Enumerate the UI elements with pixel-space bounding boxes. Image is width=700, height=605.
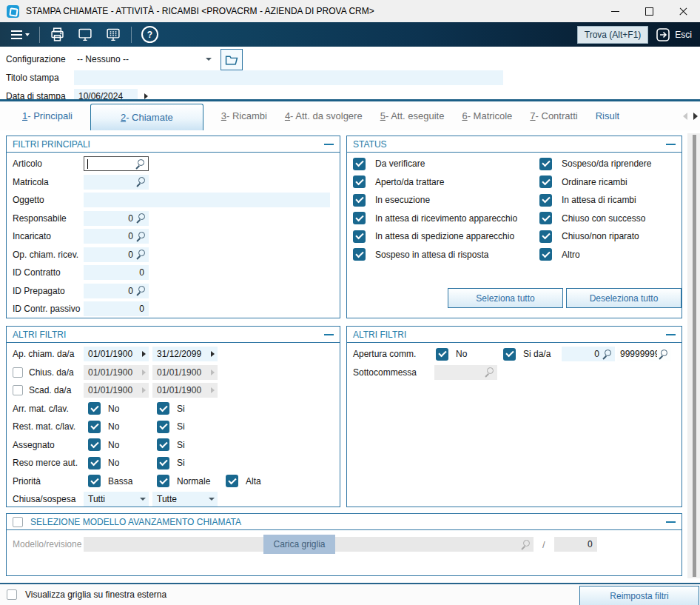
checkbox-sospeso-attesa-risposta[interactable] [353, 248, 366, 261]
collapse-icon[interactable] [324, 144, 334, 145]
apertura-a-input[interactable]: 999999999 [617, 347, 671, 361]
tab-chiamate[interactable]: 2 - Chiamate [90, 104, 203, 130]
tab-principali[interactable]: 1- Principali [22, 101, 73, 130]
collapse-icon[interactable] [666, 334, 676, 335]
carica-griglia-button[interactable]: Carica griglia [263, 535, 335, 554]
scrollbar-thumb[interactable] [693, 135, 696, 577]
help-button[interactable]: ? [135, 24, 164, 44]
tab-scroll-left-icon[interactable] [683, 113, 687, 120]
scad-a-input: 01/01/1900 [152, 383, 218, 398]
tab-att-da-svolgere[interactable]: 4 - Att. da svolgere [285, 101, 363, 130]
form-row: Matricola [7, 173, 340, 192]
checkbox-attesa-ricevimento-apparecchio[interactable] [353, 212, 366, 224]
search-icon[interactable] [136, 286, 146, 295]
checkbox-sospeso-da-riprendere[interactable] [539, 158, 552, 170]
close-icon [679, 7, 687, 16]
arrow-right-icon[interactable] [211, 351, 215, 357]
checkbox-chius-da-a[interactable] [13, 367, 23, 378]
id-contr-passivo-input[interactable]: 0 [84, 301, 149, 316]
preview-screen-button[interactable] [71, 24, 99, 44]
visualizza-griglia-label: Visualizza griglia su finestra esterna [25, 589, 166, 600]
checkbox-assegnato-si[interactable] [157, 438, 169, 451]
matricola-input[interactable] [84, 175, 149, 190]
checkbox-ordinare-ricambi[interactable] [539, 176, 552, 188]
exit-button[interactable]: Esci [648, 27, 695, 42]
collapse-icon[interactable] [666, 521, 676, 523]
titolo-stampa-input[interactable] [74, 70, 503, 85]
search-icon[interactable] [135, 159, 145, 169]
tab-ricambi[interactable]: 3 - Ricambi [221, 101, 267, 130]
search-icon[interactable] [136, 232, 146, 241]
checkbox-da-verificare[interactable] [353, 158, 366, 170]
checkbox-reso-merce-no[interactable] [88, 457, 101, 469]
ap-chiam-a-input[interactable]: 31/12/2099 [152, 347, 218, 361]
apertura-da-input[interactable]: 0 [562, 347, 615, 361]
checkbox-attesa-spedizione-apparecchio[interactable] [353, 230, 366, 243]
search-icon[interactable] [602, 350, 612, 359]
checkbox-priorita-bassa[interactable] [88, 475, 101, 487]
search-icon[interactable] [136, 213, 146, 223]
deseleziona-tutto-button[interactable]: Deseleziona tutto [566, 288, 682, 308]
search-icon[interactable] [136, 177, 146, 187]
tab-att-eseguite[interactable]: 5 - Att. eseguite [380, 101, 445, 130]
id-contratto-input[interactable]: 0 [84, 265, 149, 280]
checkbox-chiuso-non-riparato[interactable] [539, 230, 552, 243]
checkbox-arr-mat-no[interactable] [88, 402, 101, 415]
checkbox-arr-mat-si[interactable] [157, 402, 169, 415]
checkbox-scad-da-a[interactable] [13, 385, 23, 395]
checkbox-rest-mat-si[interactable] [157, 421, 169, 433]
checkbox-aperto-da-trattare[interactable] [353, 176, 366, 188]
data-stampa-picker[interactable] [138, 93, 154, 99]
sospesa-select[interactable]: Tutte [152, 492, 218, 507]
close-button[interactable] [666, 0, 700, 22]
grid-screen-button[interactable] [99, 24, 127, 44]
reimposta-filtri-button[interactable]: Reimposta filtri [579, 586, 699, 605]
checkbox-in-attesa-di-ricambi[interactable] [539, 194, 552, 207]
checkbox-selezione-modello[interactable] [13, 517, 23, 527]
op-chiam-ricev-input[interactable]: 0 [84, 247, 149, 262]
maximize-button[interactable] [632, 0, 666, 22]
search-icon[interactable] [659, 350, 668, 359]
arrow-right-icon [142, 370, 146, 375]
print-config-form: Configurazione -- Nessuno -- Titolo stam… [0, 47, 700, 99]
configurazione-select[interactable]: -- Nessuno -- [74, 51, 215, 67]
checkbox-visualizza-griglia[interactable] [7, 589, 17, 600]
checkbox-apertura-si[interactable] [503, 348, 516, 361]
vertical-scrollbar[interactable] [687, 133, 700, 578]
tab-scroll-right-icon[interactable] [693, 113, 698, 120]
incaricato-input[interactable]: 0 [84, 229, 149, 244]
arrow-right-icon [211, 387, 215, 393]
checkbox-altro[interactable] [539, 248, 552, 261]
tab-contratti[interactable]: 7 - Contratti [530, 101, 577, 130]
scad-da-input: 01/01/1900 [84, 383, 149, 398]
checkbox-reso-merce-si[interactable] [157, 457, 169, 469]
checkbox-assegnato-no[interactable] [88, 438, 101, 451]
checkbox-priorita-normale[interactable] [157, 475, 169, 487]
tab-bar: 1- Principali 2 - Chiamate 3 - Ricambi 4… [0, 101, 700, 130]
id-prepagato-input[interactable]: 0 [84, 284, 149, 298]
checkbox-priorita-alta[interactable] [226, 475, 238, 487]
ap-chiam-da-input[interactable]: 01/01/1900 [84, 347, 149, 361]
tab-matricole[interactable]: 6 - Matricole [462, 101, 512, 130]
search-icon[interactable] [136, 250, 146, 259]
checkbox-chiuso-con-successo[interactable] [539, 212, 552, 224]
print-button[interactable] [44, 24, 71, 44]
responsabile-input[interactable]: 0 [84, 211, 149, 226]
find-shortcut-button[interactable]: Trova (Alt+F1) [577, 26, 649, 44]
panel-status: STATUS Da verificare Sospeso/da riprende… [346, 136, 682, 318]
chiusa-select[interactable]: Tutti [84, 492, 149, 507]
tab-risultato[interactable]: Risult [596, 101, 620, 130]
oggetto-input[interactable] [84, 193, 330, 207]
checkbox-in-esecuzione[interactable] [353, 194, 366, 207]
arrow-right-icon[interactable] [142, 351, 146, 357]
checkbox-rest-mat-no[interactable] [88, 421, 101, 433]
maximize-icon [645, 7, 653, 16]
collapse-icon[interactable] [666, 144, 676, 145]
collapse-icon[interactable] [324, 334, 334, 335]
articolo-input[interactable] [84, 156, 149, 171]
checkbox-apertura-no[interactable] [436, 348, 448, 361]
menu-button[interactable] [5, 24, 36, 44]
open-folder-button[interactable] [221, 49, 243, 70]
minimize-button[interactable] [598, 0, 632, 22]
seleziona-tutto-button[interactable]: Seleziona tutto [448, 288, 563, 308]
